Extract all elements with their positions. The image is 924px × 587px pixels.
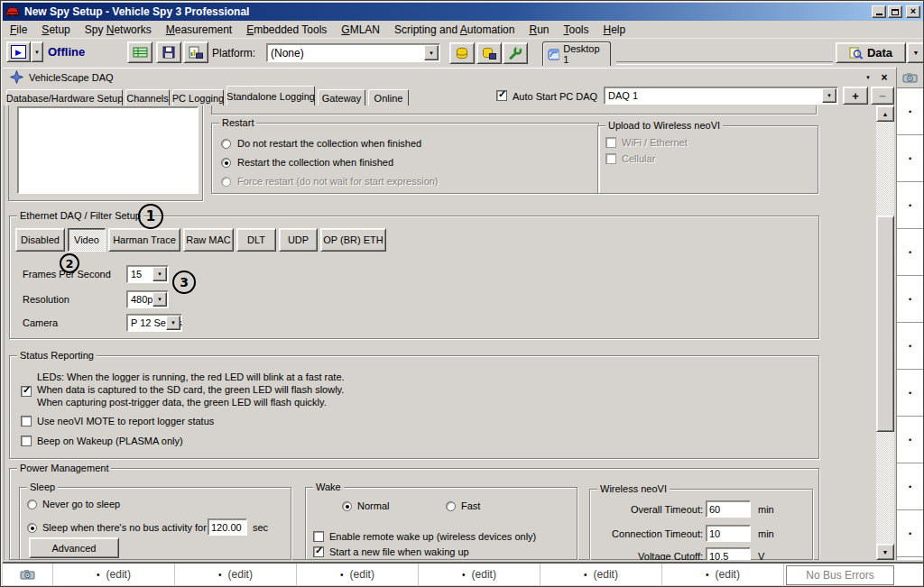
filter-dlt-button[interactable]: DLT — [236, 228, 276, 252]
wake-normal-radio[interactable] — [342, 501, 352, 511]
menu-measurement[interactable]: Measurement — [159, 22, 239, 38]
dock-cell[interactable]: • — [897, 417, 923, 463]
advanced-button[interactable]: Advanced — [29, 537, 119, 558]
dock-cell[interactable]: • — [897, 88, 923, 135]
menu-embedded-tools[interactable]: Embedded Tools — [239, 22, 334, 38]
menu-spy-networks[interactable]: Spy Networks — [78, 22, 159, 38]
connection-timeout-unit: min — [758, 528, 774, 539]
restart-yes-radio[interactable] — [221, 158, 231, 168]
tab-pc-logging[interactable]: PC Logging — [172, 89, 224, 105]
chevron-down-icon: ▼ — [913, 50, 919, 56]
dock-cell[interactable]: • — [897, 276, 923, 323]
dock-cell[interactable]: • — [897, 463, 923, 510]
minimize-icon — [876, 13, 882, 15]
add-daq-button[interactable]: + — [843, 87, 868, 105]
setup-tools-button[interactable] — [503, 42, 528, 64]
chevron-down-icon[interactable]: ▼ — [152, 292, 167, 307]
export-data-button[interactable] — [183, 41, 208, 63]
tab-online[interactable]: Online — [368, 89, 409, 105]
run-mode-dropdown[interactable]: ▼ — [31, 41, 43, 62]
frames-per-second-select[interactable]: 15 ▼ — [126, 265, 169, 283]
data-dropdown[interactable]: ▼ — [907, 42, 924, 63]
menu-file[interactable]: File — [3, 22, 34, 38]
daq-select[interactable]: DAQ 1 ▼ — [604, 87, 838, 105]
menu-gmlan[interactable]: GMLAN — [334, 22, 387, 38]
maximize-button[interactable] — [888, 5, 902, 18]
sleep-activity-radio[interactable] — [27, 523, 37, 533]
remove-daq-button[interactable]: − — [871, 87, 894, 105]
menu-run[interactable]: Run — [522, 22, 556, 38]
edit-slot-4[interactable]: •(edit) — [419, 564, 541, 585]
camera-select[interactable]: P 12 Series ▼ — [126, 314, 182, 332]
panel-close-button[interactable]: × — [878, 71, 891, 84]
neovi-mote-checkbox[interactable] — [21, 416, 32, 426]
tab-standalone-logging[interactable]: Standalone Logging — [226, 86, 315, 105]
filter-video-button[interactable]: Video — [68, 228, 106, 252]
edit-slot-2[interactable]: •(edit) — [175, 564, 297, 585]
connection-mode-label: Offline — [48, 45, 85, 59]
edit-slot-6[interactable]: •(edit) — [662, 564, 784, 585]
messages-view-button[interactable] — [127, 41, 152, 63]
dock-cell[interactable]: • — [897, 135, 923, 182]
dock-cell[interactable]: • — [897, 370, 923, 417]
panel-collapse-button[interactable]: ▼ — [862, 71, 874, 84]
database-button[interactable] — [449, 42, 475, 64]
database-save-button[interactable] — [476, 42, 502, 64]
capture-status-cell[interactable] — [3, 564, 53, 585]
resolution-select[interactable]: 480p ▼ — [126, 290, 169, 308]
chevron-down-icon[interactable]: ▼ — [822, 88, 836, 103]
dock-cell[interactable]: • — [897, 229, 923, 276]
wake-fast-radio[interactable] — [446, 501, 456, 511]
restart-no-radio[interactable] — [221, 139, 231, 149]
collections-list[interactable] — [17, 106, 199, 194]
run-button[interactable]: ▶ — [6, 41, 31, 62]
connection-timeout-input[interactable] — [706, 525, 751, 542]
voltage-cutoff-input[interactable] — [706, 547, 751, 560]
status-reporting-group: Status Reporting ✓ LEDs: When the logger… — [9, 355, 819, 459]
status-bar: •(edit) •(edit) •(edit) •(edit) •(edit) … — [3, 562, 923, 585]
data-button[interactable]: Data — [836, 42, 906, 63]
capture-panel-cell[interactable] — [897, 68, 923, 88]
minimize-button[interactable] — [872, 5, 886, 18]
menu-tools[interactable]: Tools — [556, 22, 596, 38]
dock-cell[interactable]: • — [897, 182, 923, 229]
edit-slot-1[interactable]: •(edit) — [53, 564, 175, 585]
chevron-down-icon[interactable]: ▼ — [166, 316, 180, 330]
auto-start-pc-daq-checkbox[interactable]: ✓ — [496, 90, 507, 101]
tab-database-hardware-setup[interactable]: Database/Hardware Setup — [6, 89, 123, 105]
platform-select[interactable]: (None) ▼ — [266, 43, 440, 62]
dock-cell[interactable]: • — [897, 323, 923, 370]
chevron-down-icon[interactable]: ▼ — [424, 45, 439, 60]
restart-group-title: Restart — [219, 117, 256, 129]
led-status-checkbox[interactable]: ✓ — [21, 386, 32, 397]
filter-udp-button[interactable]: UDP — [279, 228, 318, 252]
edit-slot-3[interactable]: •(edit) — [297, 564, 419, 585]
sleep-activity-input[interactable] — [208, 518, 247, 536]
close-button[interactable]: × — [906, 5, 920, 18]
scroll-up-button[interactable]: ▲ — [876, 105, 894, 122]
menu-scripting-automation[interactable]: Scripting and Automation — [387, 22, 522, 38]
menu-setup[interactable]: Setup — [34, 22, 77, 38]
menu-help[interactable]: Help — [596, 22, 633, 38]
filter-disabled-button[interactable]: Disabled — [15, 228, 65, 252]
tab-gateway[interactable]: Gateway — [318, 89, 365, 105]
wake-normal-label: Normal — [357, 500, 389, 511]
scroll-down-button[interactable]: ▼ — [876, 544, 894, 560]
tab-desktop-1[interactable]: Desktop 1 — [542, 41, 611, 66]
dock-cell[interactable]: • — [897, 510, 923, 557]
new-file-wakeup-checkbox[interactable]: ✓ — [313, 546, 324, 557]
tab-channels[interactable]: Channels — [125, 89, 170, 105]
filter-harman-trace-button[interactable]: Harman Trace — [108, 228, 180, 252]
panel-header: VehicleScape DAQ ▼ × — [3, 68, 896, 86]
scrollbar-thumb[interactable] — [876, 216, 894, 432]
never-sleep-radio[interactable] — [27, 500, 37, 509]
save-button[interactable] — [156, 41, 181, 63]
filter-raw-mac-button[interactable]: Raw MAC — [183, 228, 234, 252]
remote-wakeup-checkbox[interactable] — [313, 531, 324, 542]
filter-op-br-eth-button[interactable]: OP (BR) ETH — [320, 228, 386, 252]
content-scrollbar[interactable]: ▲ ▼ — [876, 105, 894, 560]
chevron-down-icon[interactable]: ▼ — [152, 267, 167, 281]
beep-wakeup-checkbox[interactable] — [21, 436, 32, 446]
overall-timeout-input[interactable] — [706, 500, 751, 518]
edit-slot-5[interactable]: •(edit) — [541, 564, 662, 585]
